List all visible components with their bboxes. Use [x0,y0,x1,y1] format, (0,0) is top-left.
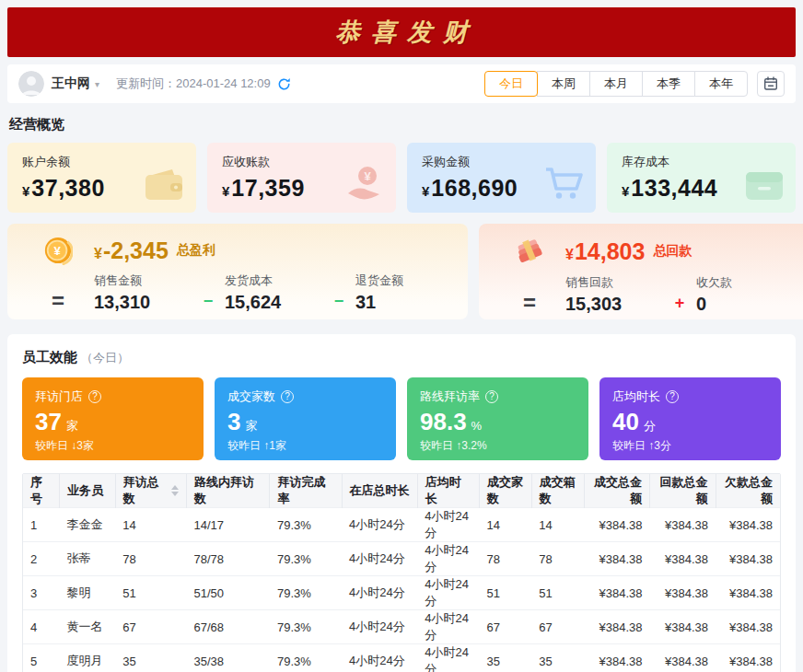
table-row: 4 黄一名 67 67/68 79.3% 4小时24分 4小时24分 67 67… [23,610,780,644]
kpi-unit: 家 [66,418,78,434]
total-profit-card: ¥ ¥ -2,345 总盈利 = 销售金额 13,310 − 发货成本 1 [7,224,468,319]
equals-sign: = [22,289,94,313]
kpi-delta: 较昨日 ↑3.2% [420,438,576,454]
avatar[interactable] [18,71,44,97]
tab-this-quarter[interactable]: 本季 [642,71,695,97]
chevron-down-icon[interactable]: ▾ [95,79,99,89]
efficiency-section-suffix: （今日） [81,351,129,365]
kpi-value: 3 [227,408,240,436]
equals-sign: = [494,291,565,315]
kpi-unit: 家 [245,418,257,434]
total-profit-value: ¥ -2,345 [94,238,169,264]
update-time-value: 2024-01-24 12:09 [176,76,271,90]
kpi-value: 40 [612,408,639,436]
kpi-cards-row: 拜访门店 ? 37 家 较昨日 ↓3家 成交家数 ? 3 家 较昨日 ↑1 [22,377,781,460]
header-total-visits[interactable]: 拜访总数 [115,474,186,508]
kpi-avg-store-time: 店均时长 ? 40 分 较昨日 ↑3分 [599,377,781,460]
employee-efficiency-section: 员工效能（今日） 拜访门店 ? 37 家 较昨日 ↓3家 成交家数 ? [7,334,796,672]
header-route-visits: 路线内拜访数 [187,474,270,508]
update-time-label: 更新时间：2024-01-24 12:09 [116,75,271,92]
refresh-button[interactable] [277,77,291,91]
kpi-deal-count: 成交家数 ? 3 家 较昨日 ↑1家 [215,377,396,460]
inventory-box-icon [744,170,785,205]
kpi-delta: 较昨日 ↓3家 [35,438,191,454]
person-icon [18,71,44,97]
header-index: 序号 [23,474,59,508]
calendar-icon [763,76,778,91]
table-row: 1 李金金 14 14/17 79.3% 4小时24分 4小时24分 14 14… [23,508,780,542]
total-collection-value: ¥ 14,803 [565,238,645,265]
card-inventory-cost: 库存成本 ¥ 133,444 [607,143,796,213]
sales-rep-table: 序号 业务员 拜访总数 路线内拜访数 拜访完成率 在店总时长 店均时长 成交家 [22,473,781,672]
calendar-button[interactable] [757,71,785,97]
header-debt-amount: 欠款总金额 [716,474,780,508]
table-header-row: 序号 业务员 拜访总数 路线内拜访数 拜访完成率 在店总时长 店均时长 成交家 [23,474,780,508]
header-deal-amount: 成交总金额 [584,474,650,508]
help-icon[interactable]: ? [485,390,498,403]
header-deal-boxes: 成交箱数 [531,474,584,508]
help-icon[interactable]: ? [281,390,294,403]
header-deal-count: 成交家数 [480,474,532,508]
tab-this-year[interactable]: 本年 [694,71,748,97]
kpi-delta: 较昨日 ↑1家 [227,438,383,454]
kpi-unit: 分 [644,418,656,434]
user-bar: 王中网 ▾ 更新时间：2024-01-24 12:09 今日 本周 本月 本季 … [7,64,796,103]
kpi-unit: % [471,419,483,433]
card-label: 库存成本 [622,154,781,170]
total-collection-title: 总回款 [653,243,692,260]
tab-this-week[interactable]: 本周 [537,71,590,97]
formula-item: 销售金额 13,310 [94,272,192,313]
header-avg-store-time: 店均时长 [417,474,479,508]
money-stack-icon [494,236,565,267]
help-icon[interactable]: ? [666,390,679,403]
efficiency-section-title: 员工效能（今日） [22,349,781,366]
overview-section-title: 经营概览 [9,116,796,133]
table-row: 3 黎明 51 51/50 79.3% 4小时24分 4小时24分 51 51 … [23,576,780,610]
wallet-icon [143,167,185,205]
banner: 恭喜发财 [7,7,796,57]
card-account-balance: 账户余额 ¥ 37,380 [7,143,196,213]
coin-icon: ¥ [22,236,94,265]
header-collection-amount: 回款总金额 [650,474,716,508]
table-row: 5 度明月 35 35/38 79.3% 4小时24分 4小时24分 35 35… [23,644,780,672]
kpi-delta: 较昨日 ↑3分 [612,438,768,454]
overview-cards-row: 账户余额 ¥ 37,380 应收账款 ¥ 17,359 [7,143,796,213]
formula-item: 销售回款 15,303 [565,274,663,315]
minus-operator: − [794,294,803,315]
header-visit-completion: 拜访完成率 [270,474,342,508]
profit-formula: = 销售金额 13,310 − 发货成本 15,624 − 退货金额 31 [22,272,453,313]
card-purchase-amount: 采购金额 ¥ 168,690 [407,143,596,213]
tab-today[interactable]: 今日 [484,71,538,97]
dashboard-page: 恭喜发财 王中网 ▾ 更新时间：2024-01-24 12:09 今日 本周 本… [0,0,803,672]
refresh-icon [277,77,291,91]
collection-top: ¥ 14,803 总回款 [494,236,803,267]
svg-text:¥: ¥ [364,169,371,183]
kpi-value: 37 [35,408,62,436]
plus-operator: + [663,294,696,315]
formula-item: 退货金额 31 [355,272,453,313]
kpi-label: 成交家数 [227,388,275,405]
header-total-store-time: 在店总时长 [342,474,417,508]
banner-title: 恭喜发财 [324,16,479,49]
kpi-label: 路线拜访率 [420,388,480,405]
card-accounts-receivable: 应收账款 ¥ 17,359 ¥ [207,143,396,213]
kpi-value: 98.3 [420,408,467,436]
minus-operator: − [192,292,225,313]
formula-item: 发货成本 15,624 [225,272,322,313]
total-profit-title: 总盈利 [177,242,215,259]
minus-operator: − [322,292,355,313]
profit-top: ¥ ¥ -2,345 总盈利 [22,236,453,265]
cart-icon [544,165,585,205]
hand-yen-icon: ¥ [343,165,385,205]
formula-item: 收欠款 0 [696,274,794,315]
kpi-label: 拜访门店 [35,388,83,405]
calc-cards-row: ¥ ¥ -2,345 总盈利 = 销售金额 13,310 − 发货成本 1 [7,224,796,319]
svg-text:¥: ¥ [53,244,61,258]
kpi-visited-stores: 拜访门店 ? 37 家 较昨日 ↓3家 [22,377,204,460]
username[interactable]: 王中网 [52,75,90,92]
kpi-label: 店均时长 [612,388,660,405]
date-range-tabs: 今日 本周 本月 本季 本年 [484,71,748,97]
help-icon[interactable]: ? [88,390,101,403]
sort-icon[interactable] [171,485,179,496]
tab-this-month[interactable]: 本月 [589,71,643,97]
